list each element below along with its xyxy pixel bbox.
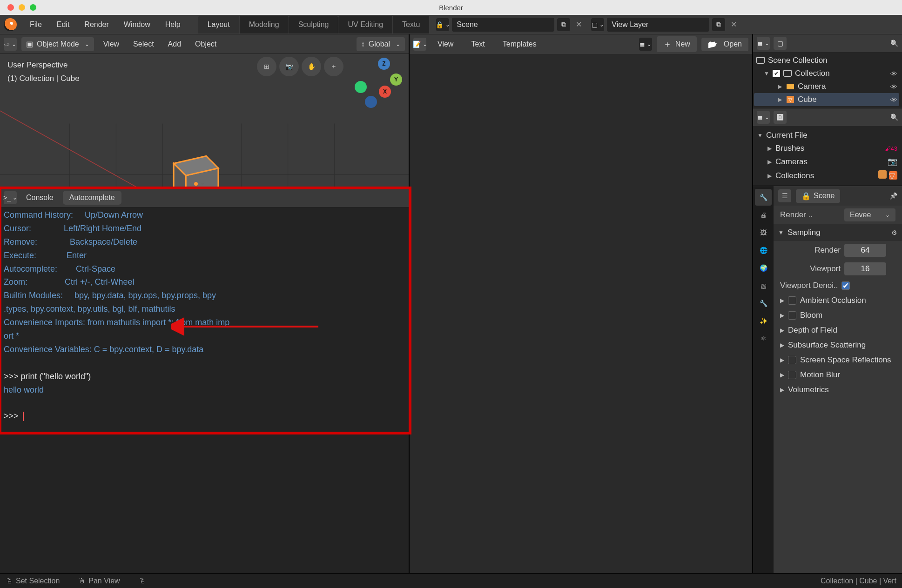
search-icon[interactable] [890,114,898,121]
motionblur-checkbox[interactable] [788,371,796,379]
datablock-brushes[interactable]: Brushes [775,144,804,153]
section-subsurface[interactable]: ▶Subsurface Scattering [774,338,902,353]
viewport-menu-object[interactable]: Object [190,38,221,50]
axis-z-icon[interactable]: Z [378,58,390,70]
3d-viewport[interactable]: User Perspective (1) Collection | Cube ⊞… [0,54,409,188]
section-motion-blur[interactable]: ▶Motion Blur [774,368,902,382]
render-samples-field[interactable]: 64 [844,244,886,257]
prop-tab-modifiers[interactable]: 🔧 [755,295,772,312]
axis-neg-y-icon[interactable] [355,81,367,93]
outliner-type-icon[interactable]: ≣ [757,37,770,50]
console-editor-type-icon[interactable]: >_ [4,191,17,204]
render-engine-dropdown[interactable]: Eevee [844,208,895,221]
new-text-button[interactable]: ＋New [657,36,697,52]
scene-copy-icon[interactable]: ⧉ [557,18,570,31]
workspace-tab-sculpting[interactable]: Sculpting [289,16,338,33]
bloom-checkbox[interactable] [788,311,796,320]
viewlayer-browse-icon[interactable]: ▢ [591,18,604,31]
text-browse-icon[interactable]: ≣ [639,38,652,51]
section-bloom[interactable]: ▶Bloom [774,308,902,323]
prop-tab-render[interactable]: 🔧 [755,189,772,206]
section-ambient-occlusion[interactable]: ▶Ambient Occlusion [774,293,902,308]
visibility-eye-icon[interactable]: 👁 [890,70,897,78]
viewport-menu-add[interactable]: Add [163,38,186,50]
disclosure-icon[interactable]: ▶ [766,145,773,152]
viewport-grid-icon[interactable]: ⊞ [257,57,276,76]
disclosure-icon[interactable]: ▶ [766,159,773,165]
menu-window[interactable]: Window [117,18,157,32]
console-menu-console[interactable]: Console [21,192,58,204]
visibility-eye-icon[interactable]: 👁 [890,96,897,104]
menu-render[interactable]: Render [78,18,115,32]
orientation-dropdown[interactable]: ↕ Global [357,37,405,51]
outliner-item-cube[interactable]: Cube [798,95,817,104]
collapse-handle-icon[interactable]: ⌄ [2,179,404,186]
prop-context-icon[interactable]: ☰ [778,189,791,202]
disclosure-icon[interactable]: ▼ [763,70,770,77]
datablock-mode-icon[interactable]: 🅱 [774,111,787,124]
prop-tab-particles[interactable]: ✨ [755,313,772,329]
outliner-collection[interactable]: Collection [795,69,830,78]
pin-icon[interactable] [889,192,897,200]
section-screen-space[interactable]: ▶Screen Space Reflections [774,353,902,368]
outliner-display-mode-icon[interactable]: ▢ [774,37,787,50]
viewport-camera-icon[interactable]: 📷 [279,57,299,76]
axis-neg-z-icon[interactable] [365,96,377,108]
workspace-tab-texturing[interactable]: Textu [393,16,429,33]
datablock-collections[interactable]: Collections [775,171,814,180]
section-volumetrics[interactable]: ▶Volumetrics [774,382,902,397]
axis-x-icon[interactable]: X [379,86,391,98]
viewlayer-name-field[interactable]: View Layer [607,18,709,32]
close-window-button[interactable] [7,4,14,11]
console-prompt[interactable]: >>> [4,411,21,421]
datablock-cameras[interactable]: Cameras [775,157,808,167]
workspace-tab-layout[interactable]: Layout [198,16,239,33]
visibility-eye-icon[interactable]: 👁 [890,83,897,91]
datablock-type-icon[interactable]: ≣ [757,111,770,124]
texteditor-menu-view[interactable]: View [431,37,460,51]
menu-edit[interactable]: Edit [50,18,76,32]
console-output[interactable]: Command History: Up/Down Arrow Cursor: L… [0,207,409,453]
viewport-zoom-icon[interactable]: ＋ [324,57,343,76]
minimize-window-button[interactable] [19,4,25,11]
texteditor-menu-text[interactable]: Text [464,37,491,51]
viewlayer-delete-button[interactable]: ✕ [728,20,740,29]
scene-context-chip[interactable]: 🔒Scene [796,189,840,203]
section-depth-of-field[interactable]: ▶Depth of Field [774,323,902,338]
mode-dropdown[interactable]: Object Mode [21,37,94,51]
collection-visibility-checkbox[interactable]: ✔ [773,70,780,77]
scene-browse-icon[interactable]: 🔒 [436,18,449,31]
open-text-button[interactable]: Open [701,38,748,51]
viewport-menu-select[interactable]: Select [128,38,158,50]
ssr-checkbox[interactable] [788,356,796,364]
texteditor-menu-templates[interactable]: Templates [496,37,543,51]
gear-icon[interactable] [891,228,897,237]
disclosure-icon[interactable]: ▶ [776,96,783,103]
editor-type-dropdown-icon[interactable]: ⇨ [4,38,17,51]
autocomplete-button[interactable]: Autocomplete [63,191,121,205]
scene-delete-button[interactable]: ✕ [573,20,585,29]
menu-help[interactable]: Help [159,18,187,32]
prop-tab-output[interactable]: 🖨 [755,207,772,223]
viewport-menu-view[interactable]: View [99,38,124,50]
sampling-section-header[interactable]: ▼Sampling [774,224,902,241]
outliner-tree[interactable]: Scene Collection ▼ ✔ Collection 👁 ▶ Came… [753,52,902,108]
outliner-item-camera[interactable]: Camera [798,82,826,91]
workspace-tab-modeling[interactable]: Modeling [240,16,289,33]
texteditor-type-icon[interactable]: 📝 [413,38,426,51]
prop-tab-world[interactable]: 🌍 [755,260,772,276]
text-editor-body[interactable] [410,54,752,573]
prop-tab-viewlayer[interactable]: 🖼 [755,224,772,241]
disclosure-icon[interactable]: ▶ [766,173,773,179]
ao-checkbox[interactable] [788,296,796,305]
search-icon[interactable] [890,40,898,47]
outliner-scene-collection[interactable]: Scene Collection [768,56,828,65]
maximize-window-button[interactable] [30,4,36,11]
disclosure-icon[interactable]: ▼ [757,132,763,139]
menu-file[interactable]: File [23,18,48,32]
workspace-tab-uvediting[interactable]: UV Editing [338,16,392,33]
viewport-pan-icon[interactable]: ✋ [302,57,321,76]
prop-tab-object[interactable]: ▧ [755,277,772,294]
prop-tab-scene[interactable]: 🌐 [755,242,772,259]
disclosure-icon[interactable]: ▶ [776,83,783,90]
